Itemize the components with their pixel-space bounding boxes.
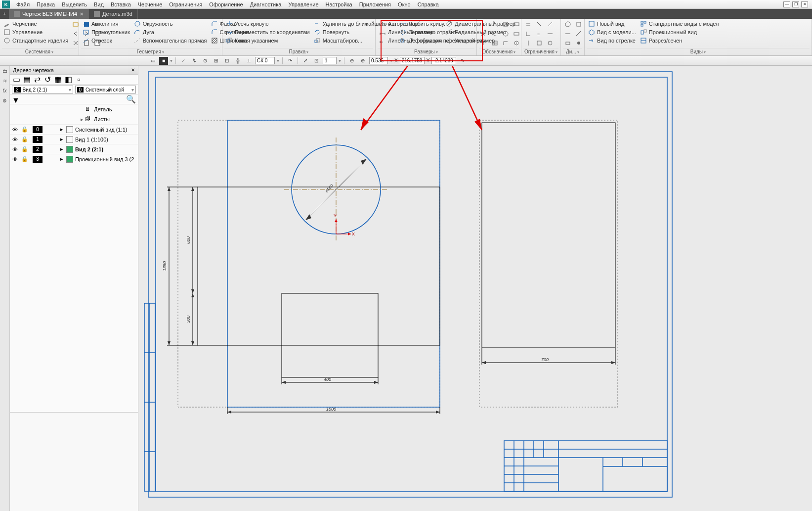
view-combo[interactable]: 2Вид 2 (2:1)▾ xyxy=(12,86,73,93)
anno-icon-11[interactable] xyxy=(512,39,521,47)
filter-icon[interactable]: ▼ xyxy=(12,96,19,103)
aux-line-button[interactable]: Вспомогательная прямая xyxy=(132,37,209,45)
tb-icon-10[interactable]: ↷ xyxy=(286,57,295,65)
visibility-icon[interactable]: 👁 xyxy=(10,146,20,152)
anno-icon-10[interactable] xyxy=(501,39,511,47)
visibility-icon[interactable]: 👁 xyxy=(10,127,20,133)
canvas[interactable]: ⌀160 X Y 1350 620 300 xyxy=(138,66,812,511)
constr-icon-2[interactable] xyxy=(534,20,544,29)
visibility-icon[interactable]: 👁 xyxy=(10,137,20,142)
ck-input[interactable] xyxy=(255,57,275,64)
tree-row-3[interactable]: 👁🔒3▸Проекционный вид 3 (2 xyxy=(10,154,138,164)
zoom-out-icon[interactable]: ⊖ xyxy=(347,57,356,65)
layer-combo[interactable]: 0Системный слой▾ xyxy=(75,86,136,93)
tree-row-2[interactable]: 👁🔒2▸Вид 2 (2:1) xyxy=(10,144,138,154)
tree-row-1[interactable]: 👁🔒1▸Вид 1 (1:100) xyxy=(10,134,138,144)
tt-icon-6[interactable]: ◧ xyxy=(64,76,73,84)
search-input[interactable] xyxy=(21,96,124,103)
anno-icon-5[interactable]: A xyxy=(479,29,489,38)
rectangle-button[interactable]: Прямоугольник xyxy=(81,28,131,36)
lock-icon[interactable]: 🔒 xyxy=(20,126,30,133)
menu-edit[interactable]: Правка xyxy=(33,1,58,7)
menu-constraints[interactable]: Ограничения xyxy=(166,1,206,7)
tab-drawing[interactable]: Чертеж БЕЗ ИМЕНИ4✕ xyxy=(9,9,89,19)
anno-icon-2[interactable] xyxy=(490,20,500,29)
pick-icon[interactable]: ✎ xyxy=(458,57,467,65)
constr-icon-8[interactable] xyxy=(534,39,544,47)
anno-icon-8[interactable] xyxy=(512,29,521,38)
menu-settings[interactable]: Настройка xyxy=(322,1,356,7)
lock-icon[interactable]: 🔒 xyxy=(20,156,30,162)
tb-icon-7[interactable]: ⊡ xyxy=(222,57,231,65)
tt-icon-7[interactable]: ▫ xyxy=(74,76,83,84)
segment-button[interactable]: Отрезок xyxy=(81,37,131,45)
menu-window[interactable]: Окно xyxy=(394,1,414,7)
tb-icon-5[interactable]: ⊙ xyxy=(201,57,210,65)
section-button[interactable]: Разрез/сечен xyxy=(639,37,721,45)
constr-icon-7[interactable] xyxy=(523,39,533,47)
zoom-input[interactable] xyxy=(369,57,388,64)
anno-icon-6[interactable]: A↓ xyxy=(490,29,500,38)
constr-icon-9[interactable] xyxy=(545,39,555,47)
di-icon-5[interactable] xyxy=(563,39,573,47)
menu-file[interactable]: Файл xyxy=(13,1,33,7)
anno-icon-7[interactable] xyxy=(501,29,511,38)
visibility-icon[interactable]: 👁 xyxy=(10,156,20,162)
projection-view-button[interactable]: Проекционный вид xyxy=(639,28,721,36)
tb-icon-1[interactable]: ▭ xyxy=(148,57,157,65)
menu-insert[interactable]: Вставка xyxy=(107,1,134,7)
params-icon[interactable]: ⚙ xyxy=(1,96,9,104)
auto-dimension-button[interactable]: AАвторазмер xyxy=(378,20,443,28)
arrow-view-button[interactable]: Вид по стрелке xyxy=(587,37,638,45)
menu-format[interactable]: Оформление xyxy=(206,1,246,7)
tt-icon-1[interactable]: ▭ xyxy=(12,76,21,84)
linear-break-button[interactable]: Линейный с обрывом xyxy=(378,37,443,45)
di-icon-1[interactable] xyxy=(563,20,573,29)
layers-icon[interactable]: ≋ xyxy=(1,77,9,85)
close-icon[interactable]: ✕ xyxy=(80,11,84,17)
lock-icon[interactable]: 🔒 xyxy=(20,136,30,142)
tb-icon-2[interactable]: ■ xyxy=(159,57,168,65)
menu-apps[interactable]: Приложения xyxy=(356,1,394,7)
copy-point-button[interactable]: Копия указанием xyxy=(224,37,311,45)
menu-help[interactable]: Справка xyxy=(414,1,442,7)
tb-icon-8[interactable]: ╬ xyxy=(233,57,242,65)
fx-icon[interactable]: fx xyxy=(1,87,9,94)
autoline-button[interactable]: Автолиния xyxy=(81,20,131,28)
menu-view[interactable]: Вид xyxy=(90,1,107,7)
close-button[interactable]: ✕ xyxy=(801,1,808,7)
tb-icon-4[interactable]: ↯ xyxy=(190,57,199,65)
menu-manage[interactable]: Управление xyxy=(285,1,322,7)
anno-icon-3[interactable] xyxy=(501,20,511,29)
linear-dimension-button[interactable]: Линейный размер xyxy=(378,28,443,36)
anno-icon-4[interactable] xyxy=(512,20,521,29)
step-input[interactable] xyxy=(323,57,337,64)
constr-icon-3[interactable] xyxy=(545,20,555,29)
tb-icon-9[interactable]: ⊥ xyxy=(244,57,253,65)
circle-button[interactable]: Окружность xyxy=(132,20,209,28)
anno-icon-1[interactable] xyxy=(479,20,489,29)
drawing-mode-button[interactable]: Черчение xyxy=(2,20,70,28)
table-icon[interactable] xyxy=(490,39,500,47)
y-input[interactable] xyxy=(431,57,456,64)
text-icon[interactable]: T xyxy=(479,39,489,47)
constr-icon-5[interactable]: = xyxy=(534,29,544,38)
constr-icon-4[interactable] xyxy=(523,29,533,38)
constr-icon-6[interactable] xyxy=(545,29,555,38)
tb-icon-3[interactable]: ⟋ xyxy=(179,57,188,65)
menu-diag[interactable]: Диагностика xyxy=(247,1,285,7)
menu-select[interactable]: Выделить xyxy=(58,1,90,7)
tree-toggle-icon[interactable]: 🗀 xyxy=(1,67,9,75)
tt-icon-2[interactable]: ▤ xyxy=(22,76,31,84)
di-icon-3[interactable] xyxy=(563,29,573,38)
zoom-in-icon[interactable]: ⊕ xyxy=(358,57,367,65)
tt-icon-3[interactable]: ⇄ xyxy=(33,76,42,84)
new-tab-button[interactable]: + xyxy=(0,9,9,19)
tt-icon-5[interactable]: ▦ xyxy=(53,76,62,84)
tab-detail[interactable]: Деталь.m3d xyxy=(89,9,138,19)
trim-curve-button[interactable]: Усечь кривую xyxy=(224,20,311,28)
close-panel-icon[interactable]: ✕ xyxy=(131,67,135,73)
minimize-button[interactable]: — xyxy=(783,1,790,7)
di-icon-2[interactable] xyxy=(574,20,584,29)
menu-drawing[interactable]: Черчение xyxy=(134,1,166,7)
